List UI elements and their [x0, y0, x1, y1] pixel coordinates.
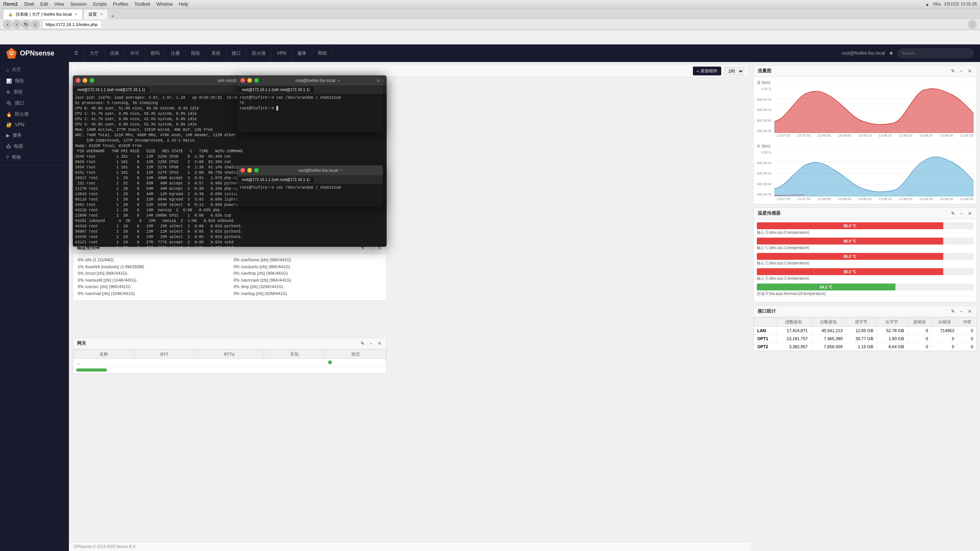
menu-edit[interactable]: Edit: [40, 2, 48, 7]
sidebar-item-interfaces[interactable]: 🔌 接口: [0, 98, 69, 109]
port-cell-name: LAN: [754, 327, 776, 335]
nav-item-password[interactable]: 密码: [145, 44, 165, 62]
port-cell-in_pkts: 3,382,957: [776, 343, 811, 351]
port-cell-name: OPT2: [754, 343, 776, 351]
nav-item-services[interactable]: 服务: [292, 44, 312, 62]
terminal3-close-btn[interactable]: [240, 168, 245, 173]
sidebar-item-lobby[interactable]: ⌂ 大厅: [0, 64, 69, 75]
gw-edit-btn[interactable]: ✎: [359, 341, 366, 347]
traffic-edit-btn[interactable]: ✎: [950, 68, 956, 74]
nav-item-vpn[interactable]: VPN: [271, 44, 292, 62]
menu-view[interactable]: View: [54, 2, 64, 7]
reload-btn[interactable]: ↻: [21, 20, 31, 29]
nav-item-firewall[interactable]: 防火墙: [247, 44, 271, 62]
user-status-dot: [890, 52, 893, 55]
terminal-line: 36907 root 1 20 0 23M 12M select 0 0:05 …: [75, 229, 384, 235]
back-btn[interactable]: ‹: [3, 20, 12, 29]
columns-select[interactable]: 2列 1列 3列: [724, 67, 744, 75]
nav-item-collapse[interactable]: ☰: [69, 44, 84, 62]
terminal-close-btn[interactable]: [76, 78, 80, 83]
tab2-close-btn[interactable]: ✕: [100, 12, 103, 16]
terminal-tab-1[interactable]: root@172.16.1.1 (ssh root@172.16.1.1): [73, 87, 150, 93]
terminal-title-2: root@foxfire.fox.local: ~: [261, 78, 374, 83]
app-name: iTerm2: [3, 2, 18, 7]
gw-close-btn[interactable]: ✕: [376, 341, 382, 347]
temp-edit-btn[interactable]: ✎: [950, 210, 956, 217]
gw-row: ...: [74, 359, 386, 367]
traffic-minimize-btn[interactable]: −: [958, 68, 964, 74]
terminal-min-btn[interactable]: [83, 78, 87, 83]
terminal2-max-btn[interactable]: [254, 78, 259, 83]
temp-minimize-btn[interactable]: −: [958, 210, 964, 217]
port-row: OPT23,382,9577,656,5091.15 GB8.64 GB000: [754, 343, 977, 351]
disk-item: 0% /var/crash [zfs] (96K/441G): [234, 277, 382, 284]
menu-window[interactable]: Window: [156, 2, 173, 7]
gw-col-rtt: RTT: [134, 350, 194, 359]
temp-close-btn[interactable]: ✕: [967, 210, 973, 217]
sidebar-item-services[interactable]: ▶ 服务: [0, 130, 69, 141]
services-icon: ▶: [6, 133, 10, 138]
terminal-body-3[interactable]: root@foxfire:~# cat /dev/urandom | sha51…: [237, 184, 383, 207]
sidebar-item-power[interactable]: ⏻ 电源: [0, 141, 69, 152]
nav-item-dashboard[interactable]: 仪表: [105, 44, 125, 62]
extensions-btn[interactable]: ⋮: [968, 20, 977, 29]
sidebar-item-vpn[interactable]: 🔐 VPN: [0, 120, 69, 130]
terminal3-max-btn[interactable]: [254, 168, 259, 173]
menu-profiles[interactable]: Profiles: [113, 2, 128, 7]
sidebar-item-reports[interactable]: 📊 报告: [0, 75, 69, 86]
nav-item-interfaces[interactable]: 接口: [226, 44, 247, 62]
add-component-btn[interactable]: + 添加组件: [693, 67, 721, 75]
terminal-max-btn[interactable]: [90, 78, 94, 83]
terminal2-close-btn[interactable]: [240, 78, 245, 83]
menu-shell[interactable]: Shell: [24, 2, 34, 7]
nav-item-system[interactable]: 系统: [206, 44, 226, 62]
new-tab-btn[interactable]: +: [108, 13, 117, 19]
traffic-title: 流量图: [758, 68, 771, 74]
port-minimize-btn[interactable]: −: [958, 308, 964, 315]
opnsense-footer: OPNsense © 2014-2023 Deciso B.V.: [69, 542, 750, 551]
port-col-coll: 冲突: [957, 318, 976, 327]
terminal3-min-btn[interactable]: [247, 168, 252, 173]
nav-item-lobby[interactable]: 大厅: [84, 44, 105, 62]
tab-close-btn[interactable]: ✕: [75, 12, 78, 16]
sidebar-item-help[interactable]: ? 帮助: [0, 152, 69, 163]
menu-session[interactable]: Session: [70, 2, 87, 7]
lobby-icon: ⌂: [6, 67, 9, 73]
port-edit-btn[interactable]: ✎: [950, 308, 956, 315]
port-cell-out_bytes: 1.60 GB: [877, 335, 907, 343]
browser-tab-opnsense[interactable]: 🔒 仪表板 | 大厅 | foxfire.fox.local ✕: [3, 9, 83, 19]
gw-minimize-btn[interactable]: −: [368, 341, 374, 347]
port-col-name: [754, 318, 776, 327]
help-icon: ?: [6, 155, 9, 160]
sidebar-item-system[interactable]: ⚙ 系统: [0, 86, 69, 98]
terminal-titlebar-2: root@foxfire.fox.local: ~ ⊞: [237, 75, 383, 85]
disk-item: 0% /usr/ports [zfs] (96K/441G): [234, 264, 382, 271]
nav-item-register[interactable]: 注册: [165, 44, 186, 62]
port-cell-out_bytes: 8.64 GB: [877, 343, 907, 351]
search-input[interactable]: [897, 49, 974, 58]
terminal-line: ARC: 748M Total, 121M MFU, 496M MRU, 476…: [75, 133, 384, 138]
forward-btn[interactable]: ›: [12, 20, 21, 29]
terminal2-min-btn[interactable]: [247, 78, 252, 83]
home-btn[interactable]: ⌂: [31, 20, 40, 29]
traffic-out-chart: 出 (bps) 1.00 G 800.00 M 600.00 M 400.00 …: [754, 140, 977, 204]
terminal-tab-2a[interactable]: root@172.16.1.1 (ssh root@172.16.1.1): [237, 87, 315, 93]
terminal-tab-3a[interactable]: root@172.16.1.1 (ssh root@172.16.1.1): [237, 177, 315, 183]
nav-item-reports[interactable]: 报告: [186, 44, 206, 62]
sidebar-item-firewall[interactable]: 🔥 防火墙: [0, 109, 69, 120]
left-sidebar: ⌂ 大厅 📊 报告 ⚙ 系统 🔌 接口 🔥 防火墙 🔐 VPN: [0, 62, 69, 551]
menu-toolbelt[interactable]: Toolbelt: [134, 2, 150, 7]
temp-bar-container: 86.0 °C: [757, 268, 973, 275]
terminal-line: ^C: [240, 101, 381, 106]
menu-help[interactable]: Help: [179, 2, 188, 7]
traffic-close-btn[interactable]: ✕: [967, 68, 973, 74]
port-close-btn[interactable]: ✕: [967, 308, 973, 315]
terminal-body-2[interactable]: root@foxfire:~# cat /dev/urandom | sha51…: [237, 94, 383, 132]
browser-tab-settings[interactable]: 设置 ✕: [83, 9, 108, 19]
port-cell-in_bytes: 1.15 GB: [846, 343, 877, 351]
menu-scripts[interactable]: Scripts: [93, 2, 107, 7]
nav-item-license[interactable]: 许可: [125, 44, 145, 62]
temp-bar: 86.0 °C: [757, 238, 943, 245]
nav-item-help[interactable]: 帮助: [312, 44, 333, 62]
url-input[interactable]: [42, 20, 102, 29]
